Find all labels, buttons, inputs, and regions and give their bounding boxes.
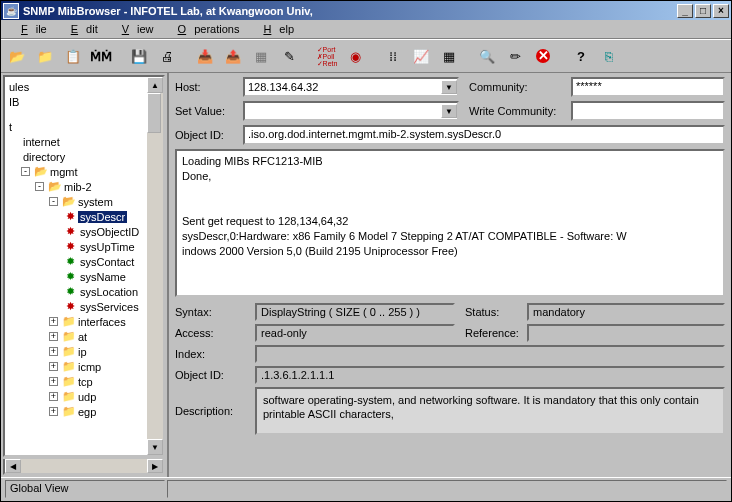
folder-icon: 📂 <box>61 195 76 208</box>
status-text: Global View <box>5 480 165 498</box>
doc-search-icon[interactable]: 🔍 <box>475 44 499 68</box>
tree-node-sysuptime[interactable]: sysUpTime <box>78 241 137 253</box>
toggle-icon[interactable]: + <box>49 317 58 326</box>
tree-vscrollbar[interactable]: ▲ ▼ <box>147 77 163 455</box>
menu-edit[interactable]: Edit <box>55 21 106 37</box>
tree-node-egp[interactable]: egp <box>76 406 98 418</box>
scroll-up-icon[interactable]: ▲ <box>147 77 163 93</box>
tree-node-internet[interactable]: internet <box>21 136 62 148</box>
tree-node-syscontact[interactable]: sysContact <box>78 256 136 268</box>
tree-node[interactable]: ules <box>7 81 31 93</box>
mib-tree[interactable]: ules IB t internet directory -📂mgmt -📂mi… <box>3 75 165 457</box>
toggle-icon[interactable]: - <box>35 182 44 191</box>
tree-node-sysname[interactable]: sysName <box>78 271 128 283</box>
maximize-button[interactable]: □ <box>695 4 711 18</box>
toggle-icon[interactable]: + <box>49 332 58 341</box>
scroll-down-icon[interactable]: ▼ <box>147 439 163 455</box>
tree-node-sysservices[interactable]: sysServices <box>78 301 141 313</box>
toggle-icon[interactable]: + <box>49 377 58 386</box>
tree-node-system[interactable]: system <box>76 196 115 208</box>
menu-view[interactable]: View <box>106 21 162 37</box>
status-label: Status: <box>459 306 523 318</box>
menu-help[interactable]: Help <box>247 21 302 37</box>
get-icon[interactable]: 📥 <box>193 44 217 68</box>
tree-node-syslocation[interactable]: sysLocation <box>78 286 140 298</box>
tree-node-sysdescr[interactable]: sysDescr <box>78 211 127 223</box>
titlebar: ☕ SNMP MibBrowser - INFOTEL Lab, at Kwan… <box>1 1 731 20</box>
index-label: Index: <box>175 348 251 360</box>
wcommunity-field[interactable] <box>571 101 725 121</box>
toggle-icon[interactable]: + <box>49 347 58 356</box>
objectid-label: Object ID: <box>175 129 239 141</box>
scroll-left-icon[interactable]: ◀ <box>5 459 21 473</box>
menu-operations[interactable]: Operations <box>162 21 248 37</box>
tree-node[interactable]: t <box>7 121 14 133</box>
folder-icon: 📁 <box>61 330 76 343</box>
tree-node-icmp[interactable]: icmp <box>76 361 103 373</box>
toggle-icon[interactable]: + <box>49 392 58 401</box>
set-icon[interactable]: ✎ <box>277 44 301 68</box>
output-area[interactable]: Loading MIBs RFC1213-MIB Done, Sent get … <box>175 149 725 297</box>
folder-icon: 📁 <box>61 390 76 403</box>
scroll-right-icon[interactable]: ▶ <box>147 459 163 473</box>
exit-icon[interactable]: ⎘ <box>597 44 621 68</box>
chart-dots-icon[interactable]: ⁞⁞ <box>381 44 405 68</box>
statusbar: Global View <box>1 477 731 499</box>
community-field[interactable]: ****** <box>571 77 725 97</box>
tree-node-sysobjectid[interactable]: sysObjectID <box>78 226 141 238</box>
notes-icon[interactable]: 📋 <box>61 44 85 68</box>
host-value: 128.134.64.32 <box>248 81 441 93</box>
toggle-icon[interactable]: + <box>49 362 58 371</box>
close-button[interactable]: × <box>713 4 729 18</box>
client-area: ules IB t internet directory -📂mgmt -📂mi… <box>1 73 731 477</box>
edit-trap-icon[interactable]: ✏ <box>503 44 527 68</box>
setvalue-label: Set Value: <box>175 105 239 117</box>
tree-node[interactable]: IB <box>7 96 21 108</box>
toggle-icon[interactable]: - <box>21 167 30 176</box>
setvalue-combo[interactable]: ▼ <box>243 101 459 121</box>
output-line <box>182 199 718 214</box>
app-icon: ☕ <box>3 3 19 19</box>
syntax-value: DisplayString ( SIZE ( 0 .. 255 ) ) <box>255 303 455 321</box>
tree-hscrollbar[interactable]: ◀ ▶ <box>3 459 165 475</box>
reference-label: Reference: <box>459 327 523 339</box>
leaf-icon: ✹ <box>63 270 78 283</box>
chevron-down-icon[interactable]: ▼ <box>441 80 457 94</box>
toggle-icon[interactable]: + <box>49 407 58 416</box>
objectid-field[interactable]: .iso.org.dod.internet.mgmt.mib-2.system.… <box>243 125 725 145</box>
access-value: read-only <box>255 324 455 342</box>
table-icon[interactable]: ▦ <box>437 44 461 68</box>
target-icon[interactable]: ◉ <box>343 44 367 68</box>
scroll-thumb[interactable] <box>147 93 161 133</box>
getnext-icon[interactable]: 📤 <box>221 44 245 68</box>
tree-node-at[interactable]: at <box>76 331 89 343</box>
print-icon[interactable]: 🖨 <box>155 44 179 68</box>
open-folder-icon[interactable]: 📁 <box>33 44 57 68</box>
window-title: SNMP MibBrowser - INFOTEL Lab, at Kwangw… <box>19 5 675 17</box>
tree-node-mgmt[interactable]: mgmt <box>48 166 80 178</box>
tree-node-interfaces[interactable]: interfaces <box>76 316 128 328</box>
tree-node-udp[interactable]: udp <box>76 391 98 403</box>
save-icon[interactable]: 💾 <box>127 44 151 68</box>
host-combo[interactable]: 128.134.64.32 ▼ <box>243 77 459 97</box>
tree-node-tcp[interactable]: tcp <box>76 376 95 388</box>
minimize-button[interactable]: _ <box>677 4 693 18</box>
menu-file[interactable]: File <box>5 21 55 37</box>
help-icon[interactable]: ? <box>569 44 593 68</box>
tree-node-directory[interactable]: directory <box>21 151 67 163</box>
chevron-down-icon[interactable]: ▼ <box>441 104 457 118</box>
tree-node-mib2[interactable]: mib-2 <box>62 181 94 193</box>
find-icon[interactable]: ṀṀ <box>89 44 113 68</box>
tree-pane: ules IB t internet directory -📂mgmt -📂mi… <box>1 73 169 477</box>
port-poll-icon[interactable]: ✓Port✗Poll✓Retn <box>315 44 339 68</box>
chart-line-icon[interactable]: 📈 <box>409 44 433 68</box>
tree-node-ip[interactable]: ip <box>76 346 89 358</box>
toggle-icon[interactable]: - <box>49 197 58 206</box>
getbulk-icon[interactable]: ▦ <box>249 44 273 68</box>
folder-icon: 📁 <box>61 360 76 373</box>
leaf-icon: ✸ <box>63 210 78 223</box>
community-label: Community: <box>463 81 567 93</box>
stop-icon[interactable]: ✕ <box>531 44 555 68</box>
folder-icon: 📁 <box>61 315 76 328</box>
open-mib-icon[interactable]: 📂 <box>5 44 29 68</box>
